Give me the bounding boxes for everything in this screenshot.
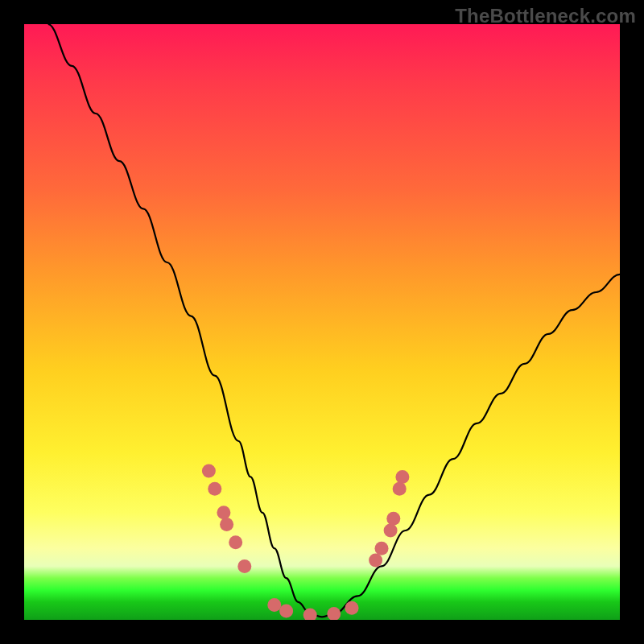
bottleneck-curve — [48, 24, 620, 617]
attribution-label: TheBottleneck.com — [455, 5, 636, 27]
data-point — [279, 604, 293, 617]
data-point — [395, 470, 409, 484]
data-point — [267, 598, 281, 612]
chart-frame: TheBottleneck.com — [0, 0, 644, 644]
data-point — [393, 482, 407, 496]
data-point — [345, 601, 359, 615]
data-point — [220, 518, 233, 531]
data-point — [208, 482, 221, 496]
data-point — [369, 554, 382, 568]
marker-layer — [202, 464, 410, 621]
data-point — [202, 464, 216, 478]
data-point — [237, 559, 251, 573]
data-point — [217, 506, 230, 519]
chart-overlay — [24, 24, 620, 620]
data-point — [386, 512, 400, 526]
data-point — [384, 524, 398, 538]
data-point — [375, 542, 389, 555]
data-point — [327, 607, 341, 620]
plot-area — [24, 24, 620, 620]
data-point — [229, 535, 242, 549]
